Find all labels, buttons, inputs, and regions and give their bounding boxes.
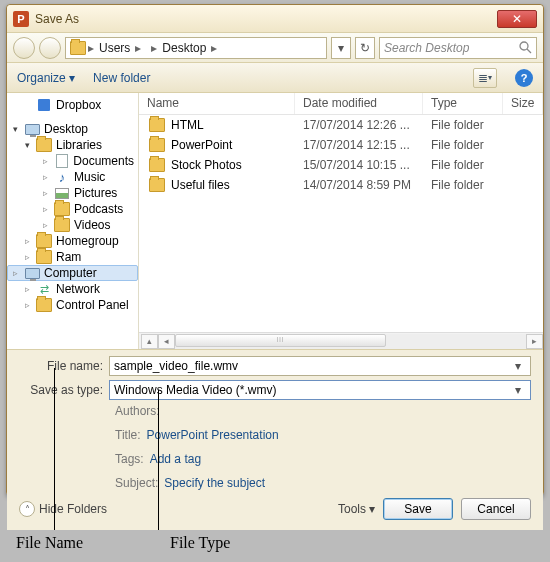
view-options-button[interactable]: ≣▾ [473, 68, 497, 88]
tree-item[interactable]: ▹Pictures [7, 185, 138, 201]
chevron-right-icon: ▸ [88, 41, 94, 55]
close-button[interactable]: ✕ [497, 10, 537, 28]
help-button[interactable]: ? [515, 69, 533, 87]
scroll-up-button[interactable]: ▴ [141, 334, 158, 349]
expand-icon[interactable]: ▹ [11, 268, 20, 278]
metadata-row: Authors: Title: PowerPoint Presentation … [115, 404, 531, 490]
file-date: 14/07/2014 8:59 PM [295, 178, 423, 192]
annotation-line [158, 390, 159, 530]
blue-cube-icon [36, 98, 52, 112]
tree-item[interactable]: ▾Desktop [7, 121, 138, 137]
tree-item[interactable]: ▹Homegroup [7, 233, 138, 249]
refresh-button[interactable]: ↻ [355, 37, 375, 59]
column-headers[interactable]: Name Date modified Type Size [139, 93, 543, 115]
chevron-up-icon: ˄ [19, 501, 35, 517]
title-value[interactable]: PowerPoint Presentation [147, 428, 279, 442]
new-folder-button[interactable]: New folder [93, 71, 150, 85]
folder-icon [149, 138, 165, 152]
file-name: Stock Photos [171, 158, 242, 172]
tree-item[interactable]: Dropbox [7, 97, 138, 113]
search-icon [519, 41, 532, 54]
tree-item[interactable]: ▹♪Music [7, 169, 138, 185]
chevron-down-icon[interactable]: ▾ [510, 383, 526, 397]
path-segment[interactable]: Desktop [159, 41, 209, 55]
pic-icon [54, 186, 70, 200]
folder-icon [149, 118, 165, 132]
file-date: 17/07/2014 12:15 ... [295, 138, 423, 152]
file-type: File folder [423, 178, 503, 192]
chevron-down-icon[interactable]: ▾ [510, 359, 526, 373]
save-as-type-value: Windows Media Video (*.wmv) [114, 383, 510, 397]
tags-label: Tags: [115, 452, 144, 466]
scroll-thumb[interactable] [175, 334, 386, 347]
expand-icon[interactable]: ▹ [41, 188, 50, 198]
chevron-right-icon: ▸ [151, 41, 157, 55]
path-segment[interactable]: Users [96, 41, 133, 55]
tree-item[interactable]: ▹Podcasts [7, 201, 138, 217]
save-as-type-dropdown[interactable]: Windows Media Video (*.wmv) ▾ [109, 380, 531, 400]
tree-item-label: Homegroup [56, 234, 119, 248]
expand-icon[interactable]: ▹ [23, 236, 32, 246]
file-date: 17/07/2014 12:26 ... [295, 118, 423, 132]
expand-icon[interactable]: ▹ [41, 204, 50, 214]
table-row[interactable]: Stock Photos15/07/2014 10:15 ...File fol… [139, 155, 543, 175]
body: Dropbox▾Desktop▾Libraries▹Documents▹♪Mus… [7, 93, 543, 349]
folder-icon [36, 138, 52, 152]
save-button[interactable]: Save [383, 498, 453, 520]
folder-icon [70, 41, 86, 55]
hide-folders-toggle[interactable]: ˄ Hide Folders [19, 501, 107, 517]
back-button[interactable] [13, 37, 35, 59]
path-dropdown-button[interactable]: ▾ [331, 37, 351, 59]
scroll-left-button[interactable]: ◂ [158, 334, 175, 349]
column-name[interactable]: Name [139, 93, 295, 114]
horizontal-scrollbar[interactable]: ▴ ◂ ▸ [139, 332, 543, 349]
file-name: PowerPoint [171, 138, 232, 152]
table-row[interactable]: HTML17/07/2014 12:26 ...File folder [139, 115, 543, 135]
table-row[interactable]: PowerPoint17/07/2014 12:15 ...File folde… [139, 135, 543, 155]
bottom-panel: File name: sample_video_file.wmv ▾ Save … [7, 349, 543, 530]
expand-icon[interactable]: ▹ [23, 252, 32, 262]
expand-icon[interactable]: ▹ [41, 220, 50, 230]
expand-icon[interactable]: ▾ [11, 124, 20, 134]
navigation-tree[interactable]: Dropbox▾Desktop▾Libraries▹Documents▹♪Mus… [7, 93, 139, 349]
chevron-right-icon: ▸ [135, 41, 141, 55]
folder-icon [54, 218, 70, 232]
file-name-input[interactable]: sample_video_file.wmv ▾ [109, 356, 531, 376]
search-input[interactable]: Search Desktop [379, 37, 537, 59]
tree-item[interactable]: ▹Ram [7, 249, 138, 265]
annotation-file-name: File Name [16, 534, 83, 552]
organize-menu[interactable]: Organize ▾ [17, 71, 75, 85]
scroll-track[interactable] [175, 334, 526, 349]
folder-icon [36, 298, 52, 312]
tree-item[interactable]: ▾Libraries [7, 137, 138, 153]
expand-icon[interactable]: ▾ [23, 140, 32, 150]
tree-item-label: Videos [74, 218, 110, 232]
cancel-button[interactable]: Cancel [461, 498, 531, 520]
column-size[interactable]: Size [503, 93, 543, 114]
tree-item[interactable]: ▹Computer [7, 265, 138, 281]
expand-icon[interactable]: ▹ [23, 284, 32, 294]
tree-item[interactable]: ▹Documents [7, 153, 138, 169]
tree-item-label: Network [56, 282, 100, 296]
tree-item[interactable]: ▹⇄Network [7, 281, 138, 297]
forward-button[interactable] [39, 37, 61, 59]
svg-point-0 [520, 42, 528, 50]
doc-icon [54, 154, 70, 168]
annotation-file-type: File Type [170, 534, 230, 552]
scroll-right-button[interactable]: ▸ [526, 334, 543, 349]
expand-icon[interactable]: ▹ [23, 300, 32, 310]
tree-item-label: Computer [44, 266, 97, 280]
expand-icon[interactable]: ▹ [41, 172, 50, 182]
column-type[interactable]: Type [423, 93, 503, 114]
tools-menu[interactable]: Tools▾ [338, 502, 375, 516]
file-rows: HTML17/07/2014 12:26 ...File folderPower… [139, 115, 543, 332]
column-date[interactable]: Date modified [295, 93, 423, 114]
breadcrumb[interactable]: ▸ Users ▸ ▸ Desktop ▸ [65, 37, 327, 59]
subject-value[interactable]: Specify the subject [164, 476, 265, 490]
expand-icon[interactable]: ▹ [41, 156, 50, 166]
tree-item[interactable]: ▹Control Panel [7, 297, 138, 313]
table-row[interactable]: Useful files14/07/2014 8:59 PMFile folde… [139, 175, 543, 195]
tree-item[interactable]: ▹Videos [7, 217, 138, 233]
search-placeholder: Search Desktop [384, 41, 469, 55]
monitor-icon [24, 266, 40, 280]
